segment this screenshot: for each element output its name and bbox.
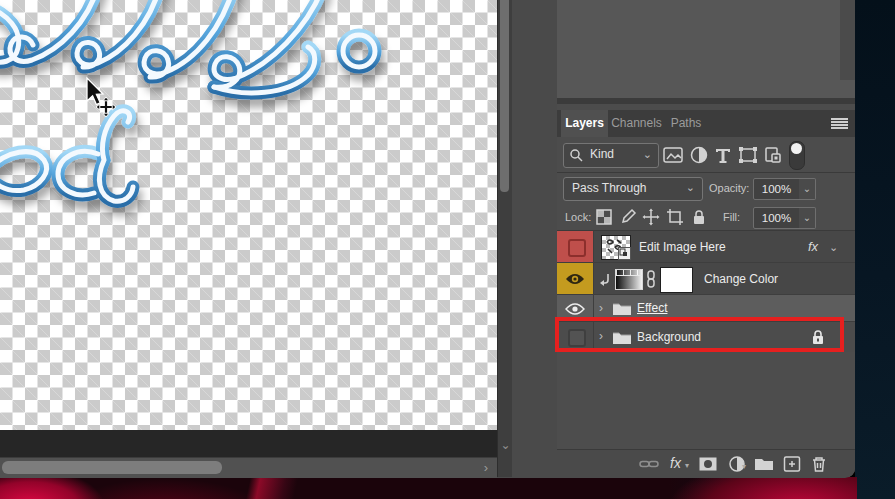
smart-object-thumbnail[interactable] xyxy=(601,235,631,260)
new-group-icon[interactable] xyxy=(754,455,774,473)
lock-image-pixels-icon[interactable] xyxy=(619,208,637,226)
delete-layer-trash-icon[interactable] xyxy=(809,455,829,473)
visibility-toggle-red-label[interactable] xyxy=(557,231,594,262)
chevron-down-icon: ⌄ xyxy=(686,181,695,194)
layer-fx-badge[interactable]: fx xyxy=(808,239,818,254)
layer-mask-thumbnail[interactable] xyxy=(660,267,693,293)
lock-transparent-pixels-icon[interactable] xyxy=(595,208,613,226)
filter-kind-value: Kind xyxy=(590,147,614,161)
empty-panel-above xyxy=(557,0,855,104)
horizontal-scrollbar-thumb[interactable] xyxy=(2,461,222,474)
pasteboard xyxy=(0,430,497,457)
layer-row-edit-image-here[interactable]: Edit Image Here fx ⌄ xyxy=(557,231,855,263)
blend-mode-value: Pass Through xyxy=(572,181,647,195)
link-layers-icon[interactable] xyxy=(639,455,659,473)
red-highlight-annotation xyxy=(555,317,844,352)
blend-mode-row: Pass Through ⌄ Opacity: 100% ⌄ xyxy=(557,173,855,203)
visibility-toggle-yellow-label[interactable] xyxy=(557,263,594,294)
app-frame-gap xyxy=(512,0,557,477)
eye-icon xyxy=(565,302,585,316)
folder-icon xyxy=(612,301,632,316)
type-layer-filter-icon[interactable] xyxy=(713,146,733,164)
opacity-dropdown-chevron[interactable]: ⌄ xyxy=(799,178,816,200)
filter-toggle-knob xyxy=(791,143,802,154)
blend-mode-dropdown[interactable]: Pass Through ⌄ xyxy=(563,177,703,201)
lock-position-icon[interactable] xyxy=(642,208,660,226)
tab-channels[interactable]: Channels xyxy=(609,110,664,137)
fill-value[interactable]: 100% xyxy=(753,207,800,229)
fill-dropdown-chevron[interactable]: ⌄ xyxy=(799,207,816,229)
adjustment-layer-filter-icon[interactable] xyxy=(689,146,709,164)
lock-row: Lock: Fill: xyxy=(557,203,855,231)
layers-panel-group: Layers Channels Paths Kind ⌄ xyxy=(557,0,855,477)
document-canvas[interactable] xyxy=(0,0,497,430)
artwork-glossy-script xyxy=(0,0,497,430)
fx-menu-arrow: ▾ xyxy=(685,461,689,470)
new-layer-icon[interactable] xyxy=(782,455,802,473)
visibility-off-well xyxy=(568,239,586,257)
lock-artboard-icon[interactable] xyxy=(666,208,684,226)
desktop-wallpaper-right xyxy=(855,0,895,499)
chevron-down-icon: ⌄ xyxy=(643,148,652,161)
pixel-layer-filter-icon[interactable] xyxy=(663,146,683,164)
layer-name[interactable]: Change Color xyxy=(704,272,778,286)
layer-filter-row: Kind ⌄ xyxy=(557,137,855,173)
lock-label: Lock: xyxy=(565,211,591,223)
desktop-wallpaper-bottom xyxy=(0,477,857,499)
fill-label: Fill: xyxy=(723,211,740,223)
add-layer-mask-icon[interactable] xyxy=(698,455,718,473)
opacity-value[interactable]: 100% xyxy=(753,178,800,200)
horizontal-scrollbar[interactable]: › xyxy=(0,457,497,478)
layer-name[interactable]: Effect xyxy=(637,301,667,315)
panel-tab-bar: Layers Channels Paths xyxy=(557,110,855,137)
shape-layer-filter-icon[interactable] xyxy=(738,146,758,164)
filter-kind-dropdown[interactable]: Kind ⌄ xyxy=(563,143,659,168)
scroll-right-arrow-icon[interactable]: › xyxy=(478,460,494,476)
layer-effects-fx-icon[interactable]: fx xyxy=(670,455,681,471)
layer-name[interactable]: Edit Image Here xyxy=(639,240,726,254)
layers-panel-bottom-bar: fx ▾ ▾ xyxy=(557,449,855,477)
vertical-scrollbar-thumb[interactable] xyxy=(500,0,509,192)
tab-layers[interactable]: Layers xyxy=(561,110,608,137)
lock-all-icon[interactable] xyxy=(690,208,708,226)
link-icon xyxy=(645,270,657,288)
photoshop-window: › ⌄ Layers Channels Paths xyxy=(0,0,855,478)
search-icon xyxy=(569,148,583,162)
layer-row-change-color[interactable]: Change Color xyxy=(557,263,855,295)
panel-inset xyxy=(840,0,855,80)
smart-object-filter-icon[interactable] xyxy=(763,146,783,164)
group-expand-chevron-icon[interactable]: › xyxy=(599,301,603,315)
filter-toggle[interactable] xyxy=(789,141,805,170)
vertical-scrollbar[interactable]: ⌄ xyxy=(497,0,513,477)
smart-object-badge-icon xyxy=(618,247,631,260)
tab-paths[interactable]: Paths xyxy=(665,110,707,137)
adjustment-menu-arrow: ▾ xyxy=(742,462,746,471)
eye-icon xyxy=(565,272,585,286)
desktop: › ⌄ Layers Channels Paths xyxy=(0,0,895,499)
scroll-down-arrow-icon[interactable]: ⌄ xyxy=(499,438,512,452)
opacity-label: Opacity: xyxy=(709,182,749,194)
layer-list-empty-space xyxy=(557,352,855,449)
panel-menu-icon[interactable] xyxy=(831,118,848,130)
adjustment-layer-thumbnail[interactable] xyxy=(615,269,643,290)
fx-collapse-chevron-icon[interactable]: ⌄ xyxy=(829,241,838,254)
clipping-mask-arrow-icon xyxy=(599,273,612,286)
